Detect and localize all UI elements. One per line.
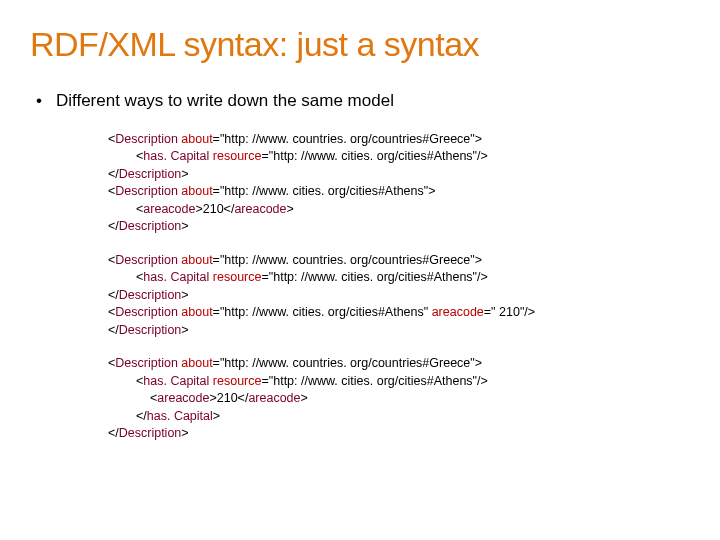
code-block-1: <Description about="http: //www. countri… — [108, 131, 690, 236]
bullet-text: Different ways to write down the same mo… — [56, 89, 394, 113]
bullet-dot-icon: • — [36, 89, 42, 113]
code-block-2: <Description about="http: //www. countri… — [108, 252, 690, 340]
bullet-item: • Different ways to write down the same … — [36, 89, 690, 113]
code-block-3: <Description about="http: //www. countri… — [108, 355, 690, 443]
slide-title: RDF/XML syntax: just a syntax — [30, 25, 690, 64]
